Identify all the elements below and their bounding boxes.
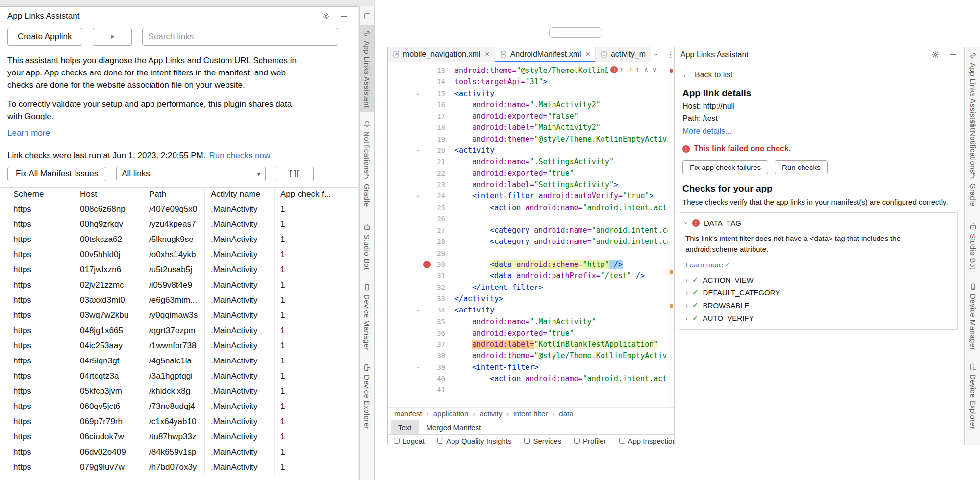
table-row[interactable]: https02jv21zzmc/l059v8t4e9.MainActivity1 [0,277,358,292]
code-line[interactable]: 40<action android:name="android.intent.a… [388,373,668,384]
table-row[interactable]: https008c6z68np/407e09q5x0.MainActivity1 [0,201,358,216]
code-line[interactable]: 28<category android:name="android.intent… [388,236,668,247]
dock-icon[interactable] [364,13,370,19]
close-icon[interactable]: × [485,50,489,59]
table-row[interactable]: https048jg1x665/qgrt37ezpm.MainActivity1 [0,323,358,338]
check-row-DATA_TAG[interactable]: › ! DATA_TAG [685,216,952,229]
code-line[interactable]: 17android:exported="false" [388,111,668,122]
code-line[interactable]: 26 [388,214,668,225]
columns-button[interactable] [276,167,314,181]
tool-strip-item-gradle[interactable]: Gradle [360,168,374,211]
code-line[interactable]: 14tools:targetApi="31"> [388,76,668,88]
breadcrumb-item[interactable]: intent-filter [513,409,548,418]
learn-more-link[interactable]: Learn more [7,128,50,138]
table-row[interactable]: https06dv02o409/84k659v1sp.MainActivity1 [0,444,358,459]
table-row[interactable]: https00v5hhld0j/o0xhs14ykb.MainActivity1 [0,247,358,262]
code-line[interactable]: 15›<activity [388,88,668,99]
table-row[interactable]: https069p7r79rh/c1x64yab10.MainActivity1 [0,414,358,429]
code-line[interactable]: 37android:label="KotlinBlankTestApplicat… [388,339,668,350]
error-stripe[interactable] [668,62,674,407]
fold-chevron-icon[interactable]: › [412,147,423,154]
tool-strip-item-deviceexplorer[interactable]: Device Explorer [360,360,374,433]
code-line[interactable]: 19android:theme="@style/Theme.KotlinEmpt… [388,134,668,145]
search-links-input[interactable] [142,28,338,46]
code-line[interactable]: 36android:exported="true" [388,328,668,339]
tab-activity_m[interactable]: activity_m [596,47,651,62]
minimize-icon[interactable] [339,12,348,21]
code-line[interactable]: 24›<intent-filter android:autoVerify="tr… [388,191,668,202]
fold-chevron-icon[interactable]: › [412,364,423,371]
code-line[interactable]: 35android:name=".MainActivity" [388,316,668,328]
minimize-icon[interactable] [949,50,957,59]
learn-more-link[interactable]: Learn more ↗ [685,261,730,269]
bottom-bar-item[interactable]: Logcat [394,437,425,445]
next-issue-icon[interactable]: ∨ [653,66,657,73]
more-details-link[interactable]: More details... [682,127,731,136]
code-line[interactable]: 31<data android:pathPrefix="/test" /> [388,270,668,282]
table-row[interactable]: https017jwlxzn6/u5t2usab5j.MainActivity1 [0,262,358,277]
fix-all-manifest-issues-button[interactable]: Fix All Manifest Issues [7,167,106,181]
breadcrumb-item[interactable]: activity [479,409,502,418]
chevron-down-icon[interactable]: › [651,47,662,62]
table-row[interactable]: https05kfcp3jvm/khidckix8g.MainActivity1 [0,384,358,399]
column-header[interactable]: Host [74,188,143,201]
fold-chevron-icon[interactable]: › [412,90,423,97]
table-row[interactable]: https04rtcqtz3a/3a1hgptqgi.MainActivity1 [0,368,358,384]
bottom-bar-item[interactable]: App Inspection [619,437,675,445]
tab-AndroidManifest.xml[interactable]: AndroidManifest.xml× [495,47,596,62]
code-line[interactable]: 27<category android:name="android.intent… [388,225,668,236]
column-header[interactable]: Scheme [0,188,74,201]
code-line[interactable]: 32</intent-filter> [388,282,668,293]
bottom-bar-item[interactable]: Profiler [574,437,606,445]
fix-app-check-failures-button[interactable]: Fix app check failures [682,160,768,174]
code-line[interactable]: 18android:label="MainActivity2" [388,122,668,133]
prev-issue-icon[interactable]: ∧ [644,66,648,73]
column-header[interactable]: Path [143,188,205,201]
run-link-checks-button[interactable] [93,28,132,46]
gear-icon[interactable] [931,50,940,59]
column-header[interactable]: Activity name [205,188,275,201]
code-line[interactable]: 25<action android:name="android.intent.a… [388,202,668,214]
warning-stripe-mark[interactable] [670,270,673,274]
table-row[interactable]: https060qv5jct6/73ne8udqj4.MainActivity1 [0,399,358,414]
tool-strip-item-studiobot[interactable]: Studio Bot [965,218,980,273]
bottom-bar-item[interactable]: App Quality Insights [437,437,511,445]
table-row[interactable]: https03axxd3mi0/e6g63mim....MainActivity… [0,292,358,308]
code-line[interactable]: 30!<data android:scheme="http" /> [388,259,668,270]
tool-strip-item-devicemanager[interactable]: Device Manager [360,279,374,355]
bottom-tab-Merged Manifest[interactable]: Merged Manifest [419,420,489,434]
breadcrumb-item[interactable]: manifest [394,409,422,418]
table-row[interactable]: https03wq7w2kbu/y0qqimaw3s.MainActivity1 [0,308,358,323]
tool-strip-item-deviceexplorer[interactable]: Device Explorer [965,359,980,433]
create-applink-button[interactable]: Create Applink [7,28,82,46]
run-checks-now-link[interactable]: Run checks now [209,151,270,161]
code-line[interactable]: 22android:exported="true" [388,168,668,179]
table-row[interactable]: https04ic253aay/1wwnfbr738.MainActivity1 [0,338,358,353]
check-row-AUTO_VERIFY[interactable]: ›✓AUTO_VERIFY [685,312,952,324]
gear-icon[interactable] [322,12,330,21]
table-row[interactable]: https00hq9zrkqv/yzu4kpeas7.MainActivity1 [0,216,358,232]
column-header[interactable]: App check f... [275,188,358,201]
inspections-widget[interactable]: !1 ⚠1 ∧ ∨ [607,65,660,74]
bottom-tab-Text[interactable]: Text [391,420,419,434]
code-line[interactable]: 39›<intent-filter> [388,362,668,373]
table-row[interactable]: https06ciudok7w/tu87hwp33z.MainActivity1 [0,429,358,444]
code-line[interactable]: 41 [388,384,668,396]
fold-chevron-icon[interactable]: › [412,193,423,200]
code-editor[interactable]: 13android:theme="@style/Theme.KotlinEmp1… [388,62,668,407]
tab-mobile_navigation.xml[interactable]: mobile_navigation.xml× [388,47,495,62]
close-icon[interactable]: × [586,50,590,59]
warning-stripe-mark[interactable] [670,304,673,308]
tool-strip-item-gradle[interactable]: Gradle [965,168,980,210]
code-line[interactable]: 23android:label="SettingsActivity"> [388,179,668,191]
tool-strip-item-devicemanager[interactable]: Device Manager [965,279,980,354]
table-row[interactable]: https04r5lqn3gf/4g5nalc1la.MainActivity1 [0,353,358,368]
back-to-list-link[interactable]: ← Back to list [682,70,732,80]
check-row-BROWSABLE[interactable]: ›✓BROWSABLE [685,299,952,312]
tool-strip-item-applinks[interactable]: App Links Assistant [360,25,374,112]
table-row[interactable]: https00tskcza62/5lknugk9se.MainActivity1 [0,232,358,247]
code-line[interactable]: 20›<activity [388,145,668,156]
check-row-ACTION_VIEW[interactable]: ›✓ACTION_VIEW [685,273,952,286]
check-row-DEFAULT_CATEGORY[interactable]: ›✓DEFAULT_CATEGORY [685,286,952,299]
code-line[interactable]: 29 [388,248,668,259]
